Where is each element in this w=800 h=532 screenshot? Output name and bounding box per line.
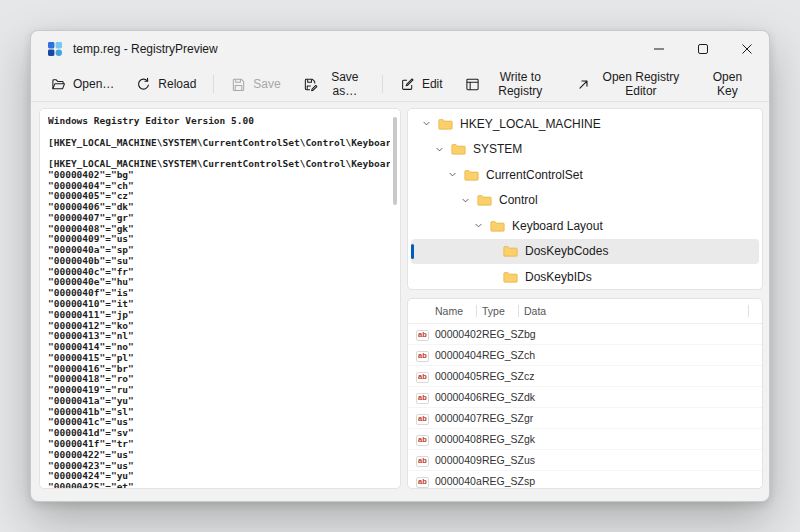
value-name-cell: 00000405 [435,370,482,382]
value-type-cell: REG_SZ [482,454,524,466]
editor-scrollbar-thumb[interactable] [393,117,397,205]
reg-sz-icon: ab [416,435,429,446]
maximize-icon [698,44,708,54]
folder-icon [502,269,518,285]
grid-row[interactable]: ab 00000408 REG_SZ gk [408,429,762,450]
value-type-icon-cell: ab [416,411,435,424]
toolbar-button-label: Open Registry Editor [598,70,684,98]
value-data-cell: dk [524,391,754,403]
editor-line: "0000041c"="us" [48,417,390,428]
value-name-cell: 0000040a [435,475,482,487]
tree-item-system[interactable]: SYSTEM [411,137,759,163]
column-header-type[interactable]: Type [482,299,524,323]
column-header-name[interactable]: Name [416,299,482,323]
chevron-down-icon[interactable] [471,218,486,233]
editor-line: "00000419"="ru" [48,385,390,396]
reg-sz-icon: ab [416,351,429,362]
tree-item-label: Keyboard Layout [512,219,603,233]
reg-sz-icon: ab [416,414,429,425]
edit-icon [400,77,415,92]
toolbar-button-reload[interactable]: Reload [126,72,206,97]
toolbar-button-label: Open Key [706,70,749,98]
folder-icon [450,141,466,157]
grid-row[interactable]: ab 00000402 REG_SZ bg [408,324,762,345]
maximize-button[interactable] [681,31,725,67]
close-button[interactable] [725,31,769,67]
editor-line: "00000424"="yu" [48,471,390,482]
value-name-cell: 00000406 [435,391,482,403]
toolbar-button-label: Reload [158,77,196,91]
chevron-down-icon[interactable] [445,167,460,182]
tree-item-doskeybids[interactable]: DosKeybIDs [411,264,759,290]
tree-item-currentcontrolset[interactable]: CurrentControlSet [411,162,759,188]
selection-accent [411,244,414,260]
value-name-cell: 00000402 [435,328,482,340]
grid-row[interactable]: ab 00000409 REG_SZ us [408,450,762,471]
minimize-button[interactable] [637,31,681,67]
editor-line: "00000423"="us" [48,461,390,472]
reload-icon [136,77,151,92]
value-type-icon-cell: ab [416,474,435,487]
tree-item-control[interactable]: Control [411,188,759,214]
reg-file-editor-panel[interactable]: Windows Registry Editor Version 5.00 [HK… [39,108,401,489]
value-type-cell: REG_SZ [482,475,524,487]
toolbar-button-save-as[interactable]: Save as… [293,65,376,103]
grid-row[interactable]: ab 00000406 REG_SZ dk [408,387,762,408]
chevron-down-icon[interactable] [419,116,434,131]
tree-item-keyboard-layout[interactable]: Keyboard Layout [411,213,759,239]
toolbar-button-edit[interactable]: Edit [390,72,453,97]
grid-row[interactable]: ab 00000407 REG_SZ gr [408,408,762,429]
editor-content[interactable]: Windows Registry Editor Version 5.00 [HK… [40,109,400,488]
chevron-down-icon[interactable] [432,142,447,157]
tree-item-doskeybcodes[interactable]: DosKeybCodes [411,239,759,265]
open-external-icon [576,77,591,92]
value-type-icon-cell: ab [416,369,435,382]
tree-item-label: DosKeybCodes [525,244,608,258]
grid-row[interactable]: ab 00000405 REG_SZ cz [408,366,762,387]
toolbar-button-open[interactable]: Open… [41,72,124,97]
editor-line: "00000407"="gr" [48,213,390,224]
editor-line: "0000040f"="is" [48,288,390,299]
registry-tree-panel: HKEY_LOCAL_MACHINE SYSTEM CurrentControl… [407,108,763,290]
value-type-cell: REG_SZ [482,412,524,424]
reg-sz-icon: ab [416,372,429,383]
editor-line: "00000416"="br" [48,364,390,375]
tree-item-label: DosKeybIDs [525,270,592,284]
editor-line: [HKEY_LOCAL_MACHINE\SYSTEM\CurrentContro… [48,159,390,170]
registry-tree: HKEY_LOCAL_MACHINE SYSTEM CurrentControl… [408,109,762,290]
toolbar-button-open-registry-editor[interactable]: Open Registry Editor [566,65,694,103]
editor-line: "00000404"="ch" [48,181,390,192]
tree-item-hkey-local-machine[interactable]: HKEY_LOCAL_MACHINE [411,111,759,137]
editor-line: "0000040b"="su" [48,256,390,267]
folder-icon [437,116,453,132]
toolbar-button-write-to-registry[interactable]: Write to Registry [455,65,564,103]
value-type-icon-cell: ab [416,327,435,340]
grid-header: NameTypeData [408,299,762,324]
toolbar-button-label: Edit [422,77,443,91]
open-folder-icon [51,77,66,92]
tree-item-label: Control [499,193,538,207]
chevron-down-icon[interactable] [458,193,473,208]
editor-line: "0000040c"="fr" [48,267,390,278]
editor-line: "00000413"="nl" [48,331,390,342]
grid-row[interactable]: ab 00000404 REG_SZ ch [408,345,762,366]
reg-sz-icon: ab [416,393,429,404]
toolbar-button-label: Write to Registry [487,70,554,98]
editor-line: "00000410"="it" [48,299,390,310]
minimize-icon [654,44,664,54]
toolbar-button-save[interactable]: Save [221,72,290,97]
editor-line: "00000418"="ro" [48,374,390,385]
reg-sz-icon: ab [416,477,429,488]
value-type-cell: REG_SZ [482,328,524,340]
editor-line: "0000040a"="sp" [48,245,390,256]
grid-row[interactable]: ab 0000040a REG_SZ sp [408,471,762,489]
toolbar-button-open-key[interactable]: Open Key [696,65,759,103]
value-data-cell: bg [524,328,754,340]
toolbar-separator [382,75,383,93]
editor-line: [HKEY_LOCAL_MACHINE\SYSTEM\CurrentContro… [48,138,390,149]
column-header-data[interactable]: Data [524,299,754,323]
value-name-cell: 00000408 [435,433,482,445]
folder-icon [476,192,492,208]
toolbar: Open… Reload Save Save as… Edit Write to… [31,67,769,102]
editor-line: "00000409"="us" [48,234,390,245]
